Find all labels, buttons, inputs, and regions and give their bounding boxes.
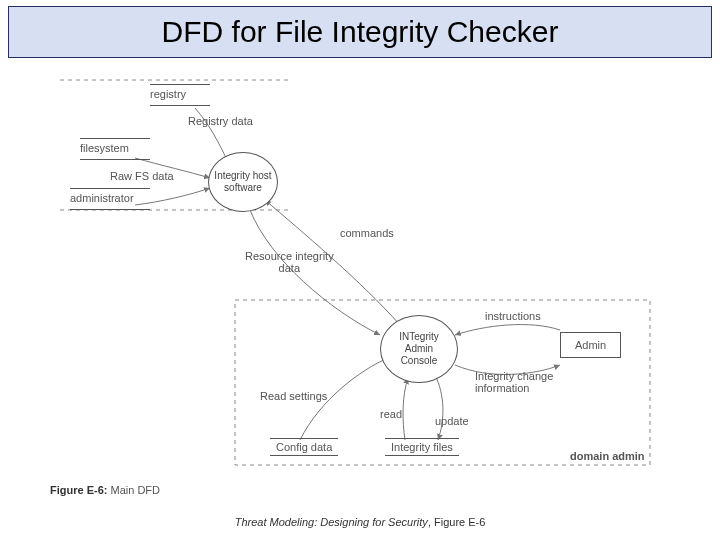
process-admin-console-label: INTegrity Admin Console bbox=[399, 331, 438, 367]
flow-instructions: instructions bbox=[485, 310, 541, 322]
flow-read: read bbox=[380, 408, 402, 420]
entity-administrator: administrator bbox=[70, 192, 150, 204]
datastore-config-label: Config data bbox=[270, 438, 338, 456]
flow-resource-integrity: Resource integrity data bbox=[245, 250, 334, 274]
flow-commands: commands bbox=[340, 227, 394, 239]
flow-registry-data: Registry data bbox=[188, 115, 253, 127]
entity-filesystem-label: filesystem bbox=[80, 142, 150, 154]
entity-filesystem: filesystem bbox=[80, 142, 150, 154]
figure-caption-bold: Figure E-6: bbox=[50, 484, 107, 496]
flow-lines bbox=[40, 70, 680, 480]
footer: Threat Modeling: Designing for Security,… bbox=[0, 516, 720, 528]
footer-figure-ref: , Figure E-6 bbox=[428, 516, 485, 528]
figure-caption: Figure E-6: Main DFD bbox=[50, 484, 160, 496]
footer-book-title: Threat Modeling: Designing for Security bbox=[235, 516, 428, 528]
datastore-integrity-files-label: Integrity files bbox=[385, 438, 459, 456]
entity-admin: Admin bbox=[560, 332, 621, 358]
flow-read-settings: Read settings bbox=[260, 390, 327, 402]
flow-raw-fs-data: Raw FS data bbox=[110, 170, 174, 182]
datastore-integrity-files: Integrity files bbox=[385, 438, 459, 456]
page-title: DFD for File Integrity Checker bbox=[162, 15, 559, 49]
process-admin-console: INTegrity Admin Console bbox=[380, 315, 458, 383]
dfd-diagram: registry filesystem administrator Integr… bbox=[40, 70, 680, 480]
flow-integrity-change: Integrity change information bbox=[475, 370, 553, 394]
entity-admin-label: Admin bbox=[575, 339, 606, 351]
title-bar: DFD for File Integrity Checker bbox=[8, 6, 712, 58]
boundary-domain-admin: domain admin bbox=[570, 450, 645, 462]
process-integrity-host-label: Integrity host software bbox=[214, 170, 271, 194]
entity-registry: registry bbox=[150, 88, 210, 100]
datastore-config: Config data bbox=[270, 438, 338, 456]
process-integrity-host: Integrity host software bbox=[208, 152, 278, 212]
flow-update: update bbox=[435, 415, 469, 427]
entity-administrator-label: administrator bbox=[70, 192, 150, 204]
figure-caption-text: Main DFD bbox=[107, 484, 160, 496]
entity-registry-label: registry bbox=[150, 88, 210, 100]
